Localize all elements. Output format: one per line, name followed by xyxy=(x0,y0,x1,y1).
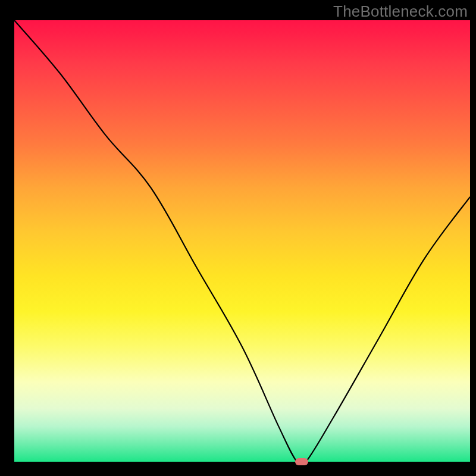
bottleneck-curve xyxy=(14,20,470,462)
optimal-point-marker xyxy=(295,458,308,465)
watermark-label: TheBottleneck.com xyxy=(333,2,468,21)
curve-svg xyxy=(14,20,470,462)
plot-area xyxy=(14,20,470,462)
chart-container: TheBottleneck.com xyxy=(0,0,476,476)
